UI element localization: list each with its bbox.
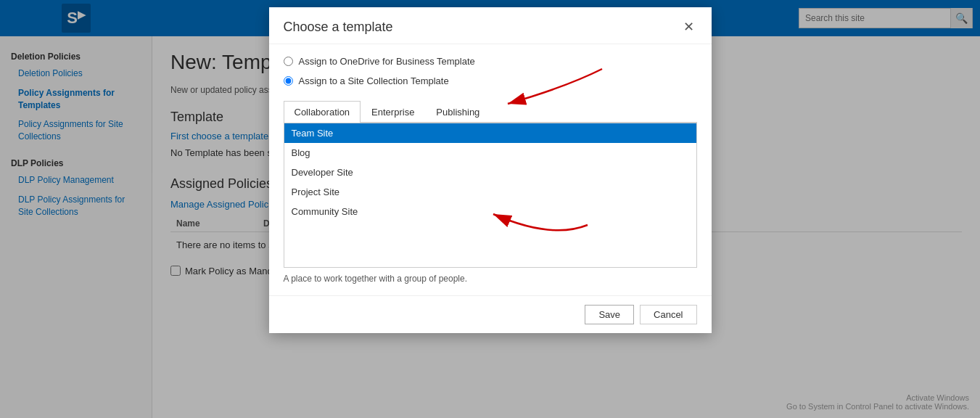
radio-site-collection-label: Assign to a Site Collection Template	[299, 75, 449, 86]
radio-onedrive[interactable]: Assign to OneDrive for Business Template	[284, 56, 697, 67]
template-item-developer-site[interactable]: Developer Site	[284, 163, 696, 182]
modal-body: Assign to OneDrive for Business Template…	[269, 44, 712, 295]
template-item-community-site[interactable]: Community Site	[284, 202, 696, 221]
tab-bar: Collaboration Enterprise Publishing	[284, 101, 697, 123]
radio-site-collection[interactable]: Assign to a Site Collection Template	[284, 75, 697, 86]
template-description: A place to work together with a group of…	[284, 274, 697, 284]
modal-title: Choose a template	[284, 20, 393, 35]
template-item-team-site[interactable]: Team Site	[284, 123, 696, 143]
tab-enterprise[interactable]: Enterprise	[361, 101, 425, 123]
modal-choose-template: Choose a template ✕ Assign to OneDrive f…	[269, 7, 712, 333]
template-item-project-site[interactable]: Project Site	[284, 182, 696, 202]
template-list: Team Site Blog Developer Site Project Si…	[284, 123, 697, 268]
radio-onedrive-label: Assign to OneDrive for Business Template	[299, 56, 475, 67]
tab-publishing[interactable]: Publishing	[425, 101, 490, 123]
template-item-blog[interactable]: Blog	[284, 143, 696, 163]
tab-collaboration[interactable]: Collaboration	[284, 101, 361, 123]
modal-footer: Save Cancel	[269, 295, 712, 333]
cancel-button[interactable]: Cancel	[640, 305, 696, 324]
radio-group: Assign to OneDrive for Business Template…	[284, 56, 697, 86]
modal-overlay: Choose a template ✕ Assign to OneDrive f…	[0, 0, 980, 418]
save-button[interactable]: Save	[585, 305, 634, 324]
radio-site-collection-input[interactable]	[284, 76, 293, 86]
modal-header: Choose a template ✕	[269, 7, 712, 44]
modal-close-button[interactable]: ✕	[680, 19, 697, 35]
radio-onedrive-input[interactable]	[284, 57, 293, 66]
